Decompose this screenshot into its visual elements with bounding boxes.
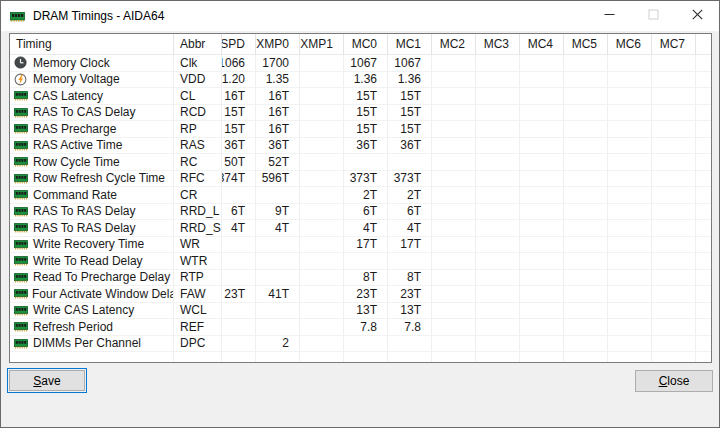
timing-row-faw[interactable]: Four Activate Window DelayFAW23T41T23T23… xyxy=(10,286,711,303)
close-button[interactable]: Close xyxy=(635,370,713,392)
timing-row-rc[interactable]: Row Cycle TimeRC50T52T xyxy=(10,154,711,171)
value-cell-mc1: 36T xyxy=(388,138,432,154)
value-cell-xmp0 xyxy=(256,237,300,253)
close-window-button[interactable] xyxy=(675,1,719,31)
empty-filler xyxy=(696,303,711,319)
abbr-cell: RFC xyxy=(174,171,222,187)
maximize-icon xyxy=(648,9,659,23)
value-cell-xmp0: 16T xyxy=(256,88,300,104)
minimize-button[interactable] xyxy=(587,1,631,31)
value-cell-xmp0 xyxy=(256,187,300,203)
value-cell-mc0: 15T xyxy=(344,88,388,104)
value-cell-xmp0: 1700 xyxy=(256,55,300,71)
value-cell-xmp1 xyxy=(300,237,344,253)
timing-row-ras[interactable]: RAS Active TimeRAS36T36T36T36T xyxy=(10,138,711,155)
value-cell-mc5 xyxy=(564,138,608,154)
value-cell-mc3 xyxy=(476,204,520,220)
timing-row-vdd[interactable]: Memory VoltageVDD1.201.351.361.36 xyxy=(10,72,711,89)
value-cell-mc6 xyxy=(608,204,652,220)
empty-filler xyxy=(696,319,711,335)
value-cell-xmp1 xyxy=(300,105,344,121)
value-cell-mc0 xyxy=(344,336,388,352)
value-cell-mc0: 1.36 xyxy=(344,72,388,88)
timing-row-clk[interactable]: Memory ClockClk1066170010671067 xyxy=(10,55,711,72)
timing-row-cr[interactable]: Command RateCR2T2T xyxy=(10,187,711,204)
value-cell-mc3 xyxy=(476,187,520,203)
timing-row-ref[interactable]: Refresh PeriodREF7.87.8 xyxy=(10,319,711,336)
value-cell-mc1: 15T xyxy=(388,105,432,121)
value-cell-mc1: 7.8 xyxy=(388,319,432,335)
value-cell-mc2 xyxy=(432,187,476,203)
value-cell-mc6 xyxy=(608,253,652,269)
empty-filler xyxy=(696,204,711,220)
empty-filler xyxy=(696,72,711,88)
value-cell-mc7 xyxy=(652,303,696,319)
value-cell-xmp0: 52T xyxy=(256,154,300,170)
value-cell-mc4 xyxy=(520,154,564,170)
value-cell-mc0: 4T xyxy=(344,220,388,236)
value-cell-mc1: 2T xyxy=(388,187,432,203)
ram-icon xyxy=(14,206,29,217)
value-cell-mc3 xyxy=(476,72,520,88)
value-cell-xmp0 xyxy=(256,319,300,335)
value-cell-mc6 xyxy=(608,270,652,286)
timing-row-rrd_l[interactable]: RAS To RAS DelayRRD_L6T9T6T6T xyxy=(10,204,711,221)
value-cell-mc5 xyxy=(564,270,608,286)
value-cell-mc3 xyxy=(476,220,520,236)
value-cell-mc7 xyxy=(652,204,696,220)
value-cell-mc5 xyxy=(564,121,608,137)
column-header-abbr: Abbr xyxy=(174,34,222,54)
ram-icon xyxy=(14,140,29,151)
value-cell-mc2 xyxy=(432,88,476,104)
value-cell-mc6 xyxy=(608,138,652,154)
value-cell-mc5 xyxy=(564,171,608,187)
value-cell-xmp1 xyxy=(300,204,344,220)
empty-cell xyxy=(388,352,432,362)
timing-row-wtr[interactable]: Write To Read DelayWTR xyxy=(10,253,711,270)
maximize-button xyxy=(631,1,675,31)
value-cell-mc4 xyxy=(520,270,564,286)
value-cell-mc0: 8T xyxy=(344,270,388,286)
timing-label: DIMMs Per Channel xyxy=(33,336,141,350)
empty-filler xyxy=(696,270,711,286)
value-cell-mc3 xyxy=(476,55,520,71)
value-cell-mc2 xyxy=(432,171,476,187)
timing-row-rp[interactable]: RAS PrechargeRP15T16T15T15T xyxy=(10,121,711,138)
abbr-cell: RC xyxy=(174,154,222,170)
value-cell-xmp0 xyxy=(256,303,300,319)
column-header-timing: Timing xyxy=(10,34,174,54)
empty-cell xyxy=(476,352,520,362)
value-cell-mc7 xyxy=(652,270,696,286)
value-cell-mc0: 13T xyxy=(344,303,388,319)
abbr-cell: FAW xyxy=(174,286,222,302)
value-cell-mc0: 7.8 xyxy=(344,319,388,335)
value-cell-mc6 xyxy=(608,303,652,319)
timing-row-dpc[interactable]: DIMMs Per ChannelDPC2 xyxy=(10,336,711,353)
timing-row-rtp[interactable]: Read To Precharge DelayRTP8T8T xyxy=(10,270,711,287)
column-header-xmp1: XMP1 xyxy=(300,34,344,54)
value-cell-mc1: 6T xyxy=(388,204,432,220)
ram-icon xyxy=(14,338,29,349)
value-cell-xmp0: 41T xyxy=(256,286,300,302)
timing-row-cl[interactable]: CAS LatencyCL16T16T15T15T xyxy=(10,88,711,105)
value-cell-mc2 xyxy=(432,72,476,88)
timing-label: Write To Read Delay xyxy=(33,254,143,268)
value-cell-xmp1 xyxy=(300,336,344,352)
timing-label: RAS Active Time xyxy=(33,138,122,152)
save-button[interactable]: Save xyxy=(9,370,85,391)
timing-row-wr[interactable]: Write Recovery TimeWR17T17T xyxy=(10,237,711,254)
timing-row-rrd_s[interactable]: RAS To RAS DelayRRD_S4T4T4T4T xyxy=(10,220,711,237)
value-cell-mc4 xyxy=(520,319,564,335)
value-cell-mc2 xyxy=(432,336,476,352)
value-cell-xmp1 xyxy=(300,171,344,187)
timing-row-wcl[interactable]: Write CAS LatencyWCL13T13T xyxy=(10,303,711,320)
value-cell-mc0: 23T xyxy=(344,286,388,302)
ram-icon xyxy=(14,305,29,316)
value-cell-mc5 xyxy=(564,303,608,319)
value-cell-spd: 36T xyxy=(222,138,256,154)
value-cell-mc2 xyxy=(432,237,476,253)
timing-row-rfc[interactable]: Row Refresh Cycle TimeRFC374T596T373T373… xyxy=(10,171,711,188)
value-cell-spd xyxy=(222,237,256,253)
timing-label: Read To Precharge Delay xyxy=(33,270,170,284)
timing-row-rcd[interactable]: RAS To CAS DelayRCD15T16T15T15T xyxy=(10,105,711,122)
